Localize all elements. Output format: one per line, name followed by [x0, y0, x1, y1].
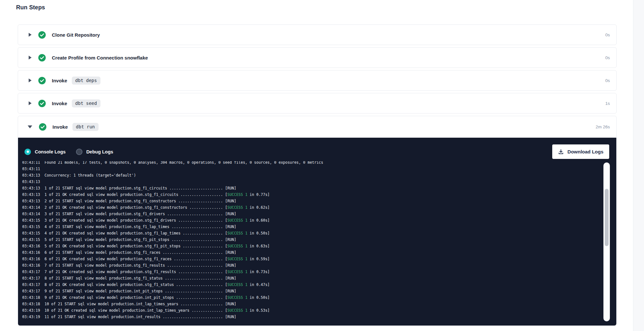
log-timestamp: 03:43:16: [22, 250, 40, 255]
status-success-icon: [39, 123, 46, 131]
step-row-create-profile[interactable]: Create Profile from Connection snowflake…: [18, 47, 617, 68]
log-line: 03:43:14 3 of 21 START sql view model pr…: [22, 211, 603, 217]
log-timestamp: 03:43:17: [22, 270, 40, 274]
log-line: 03:43:11: [22, 166, 603, 172]
chevron-right-icon[interactable]: [29, 33, 32, 37]
log-timestamp: 03:43:18: [22, 295, 40, 300]
debug-logs-radio[interactable]: Debug Logs: [76, 149, 113, 155]
log-line: 03:43:16 6 of 21 OK created sql view mod…: [22, 256, 603, 262]
status-success-icon: [38, 54, 46, 61]
log-scrollbar[interactable]: [603, 162, 610, 321]
step-label: Invoke: [52, 78, 67, 83]
log-scrollbar-thumb[interactable]: [605, 189, 609, 246]
download-logs-button[interactable]: Download Logs: [552, 144, 609, 159]
log-timestamp: 03:43:17: [22, 289, 40, 293]
chevron-right-icon[interactable]: [29, 56, 32, 60]
log-timestamp: 03:43:16: [22, 263, 40, 268]
log-content: 03:43:11 Found 21 models, 17 tests, 0 sn…: [22, 161, 603, 320]
step-command-chip: dbt seed: [72, 99, 100, 107]
step-command-chip: dbt deps: [72, 77, 100, 85]
step-row-clone-git-repository[interactable]: Clone Git Repository 0s: [18, 24, 617, 45]
log-line: 03:43:16 7 of 21 START sql view model pr…: [22, 262, 603, 269]
log-line: 03:43:19 11 of 21 START sql view model p…: [22, 314, 603, 320]
console-logs-label: Console Logs: [35, 149, 66, 154]
log-line: 03:43:18 9 of 21 OK created sql view mod…: [22, 294, 603, 301]
log-timestamp: 03:43:13: [22, 199, 40, 203]
step-row-invoke-dbt-run[interactable]: Invoke dbt run 2m 26s Console Logs Debug…: [18, 116, 617, 326]
radio-unselected-icon: [76, 149, 82, 155]
log-line: 03:43:13: [22, 179, 603, 185]
log-timestamp: 03:43:13: [22, 192, 40, 197]
log-timestamp: 03:43:17: [22, 276, 40, 280]
step-label: Clone Git Repository: [52, 32, 100, 38]
log-line: 03:43:17 8 of 21 START sql view model pr…: [22, 275, 603, 281]
console-logs-radio[interactable]: Console Logs: [24, 149, 66, 155]
log-line: 03:43:15 3 of 21 OK created sql view mod…: [22, 217, 603, 224]
step-command-chip: dbt run: [72, 123, 99, 131]
log-line: 03:43:11 Found 21 models, 17 tests, 0 sn…: [22, 161, 603, 166]
status-success-icon: [38, 77, 46, 84]
log-timestamp: 03:43:15: [22, 225, 40, 229]
log-line: 03:43:16 6 of 21 START sql view model pr…: [22, 249, 603, 256]
download-logs-label: Download Logs: [567, 149, 603, 154]
log-line: 03:43:15 4 of 21 START sql view model pr…: [22, 224, 603, 230]
log-timestamp: 03:43:19: [22, 308, 40, 313]
log-line: 03:43:17 8 of 21 OK created sql view mod…: [22, 281, 603, 288]
log-timestamp: 03:43:13: [22, 173, 40, 178]
step-row-invoke-dbt-deps[interactable]: Invoke dbt deps 0s: [18, 70, 617, 91]
debug-logs-label: Debug Logs: [86, 149, 113, 154]
log-line: 03:43:13 2 of 21 START sql view model pr…: [22, 198, 603, 204]
log-line: 03:43:17 7 of 21 OK created sql view mod…: [22, 269, 603, 275]
log-timestamp: 03:43:15: [22, 237, 40, 242]
chevron-right-icon[interactable]: [29, 101, 32, 105]
log-line: 03:43:18 10 of 21 START sql view model p…: [22, 301, 603, 307]
log-timestamp: 03:43:11: [22, 167, 40, 171]
step-duration: 1s: [605, 101, 610, 106]
status-success-icon: [38, 100, 46, 107]
log-line: 03:43:13 Concurrency: 1 threads (target=…: [22, 172, 603, 179]
log-line: 03:43:17 9 of 21 START sql view model pr…: [22, 288, 603, 294]
log-timestamp: 03:43:16: [22, 257, 40, 261]
log-timestamp: 03:43:16: [22, 244, 40, 248]
radio-selected-icon: [24, 149, 31, 155]
chevron-right-icon[interactable]: [29, 78, 32, 82]
chevron-down-icon[interactable]: [28, 125, 32, 128]
download-icon: [558, 149, 564, 155]
step-duration: 0s: [605, 32, 610, 37]
log-line: 03:43:13 1 of 21 OK created sql view mod…: [22, 191, 603, 198]
log-timestamp: 03:43:14: [22, 205, 40, 210]
log-viewport[interactable]: 03:43:11 Found 21 models, 17 tests, 0 sn…: [22, 161, 603, 326]
log-timestamp: 03:43:15: [22, 231, 40, 235]
log-line: 03:43:15 5 of 21 START sql view model pr…: [22, 236, 603, 243]
console-log-panel: Console Logs Debug Logs Download Logs 03…: [18, 138, 616, 326]
log-timestamp: 03:43:13: [22, 186, 40, 190]
log-timestamp: 03:43:14: [22, 212, 40, 216]
log-timestamp: 03:43:15: [22, 218, 40, 223]
log-line: 03:43:13 1 of 21 START sql view model pr…: [22, 185, 603, 191]
step-duration: 0s: [605, 55, 610, 60]
log-timestamp: 03:43:19: [22, 315, 40, 319]
step-duration: 2m 26s: [596, 124, 610, 129]
step-duration: 0s: [605, 78, 610, 83]
log-line: 03:43:19 10 of 21 OK created sql view mo…: [22, 307, 603, 314]
step-row-invoke-dbt-seed[interactable]: Invoke dbt seed 1s: [18, 93, 617, 114]
log-line: 03:43:16 5 of 21 OK created sql view mod…: [22, 243, 603, 249]
log-line: 03:43:15 4 of 21 OK created sql view mod…: [22, 230, 603, 236]
page-right-gutter: [633, 0, 644, 331]
log-line: 03:43:14 2 of 21 OK created sql view mod…: [22, 204, 603, 211]
log-timestamp: 03:43:11: [22, 161, 40, 165]
step-label: Create Profile from Connection snowflake: [52, 55, 148, 60]
log-timestamp: 03:43:17: [22, 282, 40, 287]
step-label: Invoke: [52, 101, 67, 106]
log-timestamp: 03:43:13: [22, 179, 40, 184]
page-title: Run Steps: [16, 4, 45, 11]
log-timestamp: 03:43:18: [22, 302, 40, 306]
status-success-icon: [38, 31, 46, 39]
step-label: Invoke: [52, 124, 68, 130]
